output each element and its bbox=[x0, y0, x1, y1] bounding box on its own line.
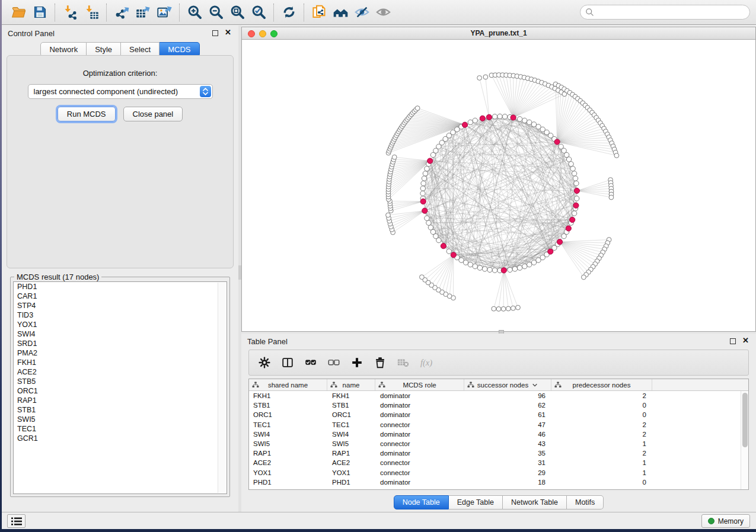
graph-node[interactable] bbox=[569, 162, 573, 166]
graph-node[interactable] bbox=[482, 267, 487, 271]
graph-node[interactable] bbox=[574, 181, 579, 185]
zoom-selected-button[interactable] bbox=[248, 2, 269, 23]
graph-node[interactable] bbox=[446, 249, 451, 254]
graph-node[interactable] bbox=[468, 120, 473, 124]
graph-hub-node[interactable] bbox=[557, 239, 562, 245]
column-header-shared-name[interactable]: shared name bbox=[249, 379, 327, 390]
mcds-result-item[interactable]: SRD1 bbox=[14, 339, 227, 348]
graph-node[interactable] bbox=[527, 120, 532, 124]
graph-node[interactable] bbox=[496, 307, 501, 312]
mcds-result-item[interactable]: SWI5 bbox=[14, 415, 227, 424]
open-file-button[interactable] bbox=[8, 2, 29, 23]
table-row[interactable]: YOX1YOX1connector291 bbox=[249, 468, 741, 477]
graph-node[interactable] bbox=[420, 191, 425, 196]
close-panel-button[interactable]: Close panel bbox=[123, 107, 183, 121]
graph-node[interactable] bbox=[582, 275, 586, 280]
tab-network-table[interactable]: Network Table bbox=[503, 495, 567, 509]
graph-node[interactable] bbox=[572, 171, 576, 176]
graph-node[interactable] bbox=[501, 307, 506, 312]
graph-node[interactable] bbox=[473, 264, 477, 268]
column-header-name[interactable]: name bbox=[327, 379, 375, 390]
graph-node[interactable] bbox=[483, 75, 488, 79]
graph-node[interactable] bbox=[425, 166, 429, 171]
show-panels-list-button[interactable] bbox=[7, 514, 25, 528]
graph-node[interactable] bbox=[572, 211, 576, 216]
graph-node[interactable] bbox=[522, 264, 527, 268]
graph-node[interactable] bbox=[516, 305, 521, 310]
graph-node[interactable] bbox=[422, 176, 426, 181]
zoom-fit-button[interactable] bbox=[227, 2, 248, 23]
graph-node[interactable] bbox=[473, 118, 477, 123]
search-input[interactable] bbox=[580, 5, 750, 20]
mcds-result-item[interactable]: RAP1 bbox=[14, 396, 227, 405]
graph-node[interactable] bbox=[420, 186, 425, 191]
close-panel-icon[interactable]: ✕ bbox=[225, 28, 231, 37]
graph-hub-node[interactable] bbox=[420, 199, 426, 204]
graph-hub-node[interactable] bbox=[428, 158, 433, 164]
graph-node[interactable] bbox=[497, 114, 502, 118]
network-canvas[interactable] bbox=[242, 40, 755, 331]
float-panel-icon[interactable] bbox=[212, 30, 218, 36]
graph-node[interactable] bbox=[531, 260, 536, 265]
column-header-successor-nodes[interactable]: successor nodes bbox=[464, 379, 551, 390]
tab-edge-table[interactable]: Edge Table bbox=[449, 495, 503, 509]
column-header-predecessor-nodes[interactable]: predecessor nodes bbox=[551, 379, 652, 390]
mcds-result-item[interactable]: CAR1 bbox=[14, 291, 227, 301]
graph-hub-node[interactable] bbox=[480, 116, 485, 121]
maximize-window-icon[interactable] bbox=[270, 30, 277, 37]
graph-hub-node[interactable] bbox=[441, 243, 446, 249]
graph-node[interactable] bbox=[562, 234, 566, 239]
graph-node[interactable] bbox=[421, 181, 426, 185]
table-row[interactable]: PHD1PHD1dominator180 bbox=[249, 477, 741, 487]
mcds-result-item[interactable]: SWI4 bbox=[14, 329, 227, 339]
zoom-out-button[interactable] bbox=[205, 2, 227, 23]
add-column-button[interactable] bbox=[350, 355, 364, 370]
settings-button[interactable] bbox=[257, 355, 272, 370]
graph-hub-node[interactable] bbox=[486, 114, 492, 120]
graph-hub-node[interactable] bbox=[451, 252, 456, 258]
graph-node[interactable] bbox=[609, 195, 614, 200]
first-neighbors-button[interactable] bbox=[330, 2, 351, 23]
graph-node[interactable] bbox=[575, 196, 579, 201]
graph-node[interactable] bbox=[522, 118, 527, 123]
hide-selected-button[interactable] bbox=[351, 2, 372, 23]
graph-hub-node[interactable] bbox=[511, 115, 516, 120]
graph-node[interactable] bbox=[492, 268, 497, 273]
save-session-button[interactable] bbox=[29, 2, 50, 23]
close-table-panel-icon[interactable]: ✕ bbox=[742, 336, 749, 345]
graph-node[interactable] bbox=[392, 155, 397, 159]
deselect-all-button[interactable] bbox=[327, 355, 341, 370]
graph-node[interactable] bbox=[428, 225, 433, 230]
graph-node[interactable] bbox=[426, 220, 431, 225]
graph-hub-node[interactable] bbox=[573, 203, 579, 208]
clone-network-button[interactable] bbox=[308, 2, 330, 23]
minimize-window-icon[interactable] bbox=[259, 30, 266, 37]
table-scrollbar[interactable] bbox=[741, 391, 748, 489]
graph-node[interactable] bbox=[512, 267, 517, 271]
table-row[interactable]: FKH1FKH1dominator962 bbox=[249, 391, 741, 400]
graph-hub-node[interactable] bbox=[570, 217, 575, 222]
graph-hub-node[interactable] bbox=[422, 208, 428, 213]
float-table-panel-icon[interactable] bbox=[730, 338, 736, 344]
graph-node[interactable] bbox=[423, 171, 428, 176]
table-row[interactable]: SWI4SWI4dominator462 bbox=[249, 430, 741, 439]
mcds-result-item[interactable]: TEC1 bbox=[14, 424, 227, 434]
graph-node[interactable] bbox=[570, 166, 575, 171]
graph-node[interactable] bbox=[492, 114, 497, 119]
graph-node[interactable] bbox=[566, 157, 571, 162]
table-row[interactable]: SWI5SWI5connector431 bbox=[249, 439, 741, 448]
optimization-criterion-select[interactable]: largest connected component (undirected) bbox=[28, 84, 213, 99]
refresh-layout-button[interactable] bbox=[278, 2, 299, 23]
graph-node[interactable] bbox=[487, 267, 492, 272]
graph-node[interactable] bbox=[511, 306, 516, 310]
graph-hub-node[interactable] bbox=[462, 122, 467, 127]
graph-hub-node[interactable] bbox=[548, 249, 553, 254]
mcds-result-item[interactable]: TID3 bbox=[14, 310, 227, 320]
graph-node[interactable] bbox=[502, 114, 507, 119]
graph-hub-node[interactable] bbox=[501, 268, 506, 273]
graph-node[interactable] bbox=[508, 267, 512, 272]
export-table-button[interactable] bbox=[132, 2, 154, 23]
mcds-result-item[interactable]: PHD1 bbox=[14, 282, 227, 291]
table-row[interactable]: TEC1TEC1connector472 bbox=[249, 420, 741, 430]
zoom-in-button[interactable] bbox=[184, 2, 205, 23]
